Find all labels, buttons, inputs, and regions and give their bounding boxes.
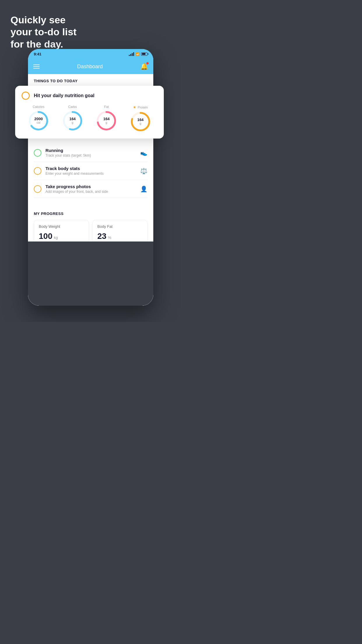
body-fat-unit: % <box>108 235 111 240</box>
hero-line2: your to-do list <box>10 26 77 37</box>
body-fat-label: Body Fat <box>97 224 143 229</box>
protein-value: 164 <box>137 118 144 122</box>
status-icons: 📶 <box>129 52 147 56</box>
things-to-do-header: THINGS TO DO TODAY <box>28 74 153 85</box>
menu-button[interactable] <box>33 64 40 69</box>
carbs-stat: Carbs 164 g <box>62 105 83 131</box>
todo-subtitle-bodystats: Enter your weight and measurements <box>45 172 136 176</box>
protein-unit: g <box>137 122 144 125</box>
calories-unit: cal <box>34 121 43 125</box>
calories-label: Calories <box>33 105 44 108</box>
todo-item-running[interactable]: Running Track your stats (target: 5km) 👟 <box>34 144 147 162</box>
body-weight-unit: kg <box>54 235 58 240</box>
calories-value: 2000 <box>34 117 43 121</box>
calories-circle: 2000 cal <box>28 110 49 131</box>
protein-stat: ★ Protein 164 g <box>130 105 151 132</box>
nutrition-check-circle <box>22 92 30 100</box>
running-icon: 👟 <box>140 149 147 156</box>
bottom-bg <box>28 242 153 306</box>
todo-title-photos: Take progress photos <box>45 184 136 189</box>
fat-stat: Fat 164 g <box>96 105 117 131</box>
hero-text: Quickly see your to-do list for the day. <box>10 14 77 50</box>
fat-circle: 164 g <box>96 110 117 131</box>
todo-item-photos[interactable]: Take progress photos Add images of your … <box>34 180 147 198</box>
todo-check-photos <box>34 185 41 193</box>
progress-title: MY PROGRESS <box>34 211 147 216</box>
carbs-label: Carbs <box>68 105 77 108</box>
nutrition-card-header: Hit your daily nutrition goal <box>22 92 157 100</box>
battery-icon <box>141 52 147 56</box>
todo-title-bodystats: Track body stats <box>45 166 136 171</box>
protein-label: ★ Protein <box>133 105 148 109</box>
body-weight-value: 100 <box>39 232 52 241</box>
body-fat-value: 23 <box>97 232 106 241</box>
fat-value: 164 <box>103 117 110 121</box>
header-title: Dashboard <box>77 64 103 70</box>
status-bar: 9:41 📶 <box>28 49 153 59</box>
app-header: Dashboard 🔔 <box>28 59 153 74</box>
fat-label: Fat <box>104 105 109 108</box>
star-icon: ★ <box>133 105 136 109</box>
todo-text-running: Running Track your stats (target: 5km) <box>45 148 136 158</box>
body-weight-value-row: 100 kg <box>39 232 84 241</box>
todo-check-running <box>34 149 41 157</box>
hero-line1: Quickly see <box>10 14 66 25</box>
todo-subtitle-running: Track your stats (target: 5km) <box>45 153 136 158</box>
body-fat-value-row: 23 % <box>97 232 143 241</box>
scale-icon: ⚖️ <box>140 167 147 174</box>
nutrition-stats: Calories 2000 cal Carbs <box>22 105 157 132</box>
todo-subtitle-photos: Add images of your front, back, and side <box>45 190 136 194</box>
signal-icon <box>129 52 134 56</box>
carbs-circle: 164 g <box>62 110 83 131</box>
calories-stat: Calories 2000 cal <box>28 105 49 131</box>
todo-text-bodystats: Track body stats Enter your weight and m… <box>45 166 136 176</box>
todo-item-bodystats[interactable]: Track body stats Enter your weight and m… <box>34 162 147 180</box>
photo-icon: 👤 <box>140 186 147 192</box>
todo-title-running: Running <box>45 148 136 153</box>
carbs-value: 164 <box>69 117 76 121</box>
hero-line3: for the day. <box>10 38 63 50</box>
notifications-button[interactable]: 🔔 <box>140 63 148 70</box>
body-weight-label: Body Weight <box>39 224 84 229</box>
wifi-icon: 📶 <box>136 52 140 56</box>
carbs-unit: g <box>69 121 76 125</box>
todo-list: Running Track your stats (target: 5km) 👟… <box>28 144 153 198</box>
nutrition-card: Hit your daily nutrition goal Calories 2… <box>15 86 164 139</box>
nutrition-card-title: Hit your daily nutrition goal <box>34 93 94 98</box>
todo-text-photos: Take progress photos Add images of your … <box>45 184 136 194</box>
status-time: 9:41 <box>34 52 41 56</box>
notification-badge <box>146 62 149 64</box>
protein-circle: 164 g <box>130 111 151 132</box>
fat-unit: g <box>103 121 110 125</box>
todo-check-bodystats <box>34 167 41 175</box>
